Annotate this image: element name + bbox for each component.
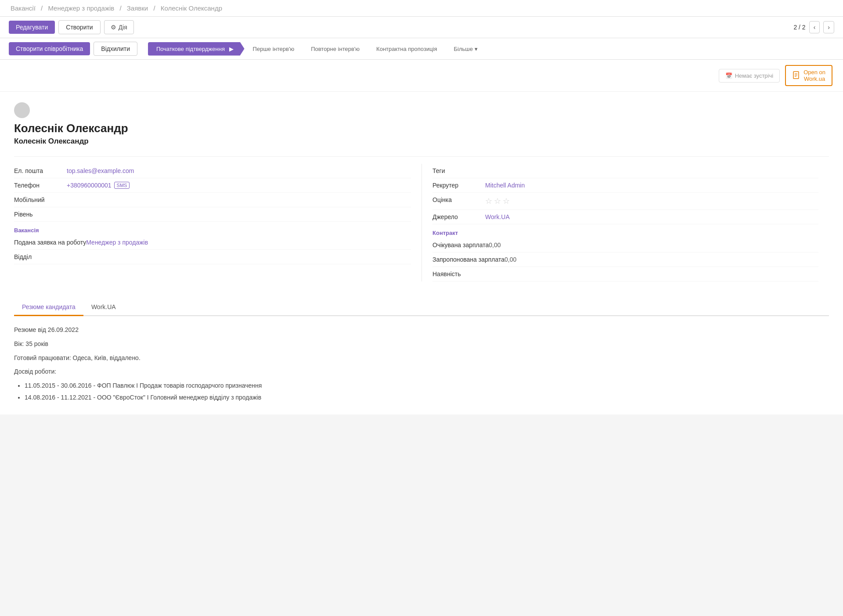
rating-label: Оцінка [432,196,485,203]
star-rating[interactable]: ☆ ☆ ☆ [485,196,510,206]
stage-contract[interactable]: Контрактна пропозиція [368,42,445,56]
workua-doc-icon [792,71,801,81]
mobile-row: Мобільний [14,193,411,207]
star-2[interactable]: ☆ [494,196,501,206]
proposed-salary-label: Запропонована зарплата [432,256,504,263]
experience-item-2: 14.08.2016 - 11.12.2021 - ООО "ЄвроСток"… [25,393,829,403]
applied-job-value[interactable]: Менеджер з продажів [86,239,148,246]
email-row: Ел. пошта top.sales@example.com [14,164,411,178]
email-value[interactable]: top.sales@example.com [67,167,134,174]
edit-button[interactable]: Редагувати [9,21,55,34]
open-workua-label: Open on Work.ua [803,69,825,82]
calendar-icon: 📅 [725,72,732,79]
toolbar: Редагувати Створити ⚙ Дія 2 / 2 ‹ › [0,17,843,38]
source-label: Джерело [432,213,485,220]
applied-job-row: Подана заявка на роботу Менеджер з прода… [14,235,411,250]
expected-salary-row: Очікувана зарплата 0,00 [432,238,818,252]
stage-second-interview[interactable]: Повторне інтерв'ю [303,42,368,56]
candidate-name-sub: Колеснік Олександр [14,137,829,146]
star-1[interactable]: ☆ [485,196,492,206]
star-3[interactable]: ☆ [503,196,510,206]
resume-content: Резюме від 26.09.2022 Вік: 35 років Гото… [0,316,843,414]
avatar [14,102,30,118]
department-label: Відділ [14,253,67,260]
experience-list: 11.05.2015 - 30.06.2016 - ФОП Павлюк І П… [25,381,829,403]
top-bar: Вакансії / Менеджер з продажів / Заявки … [0,0,843,17]
info-right: Теги Рекрутер Mitchell Admin Оцінка ☆ ☆ … [422,164,829,281]
info-left: Ел. пошта top.sales@example.com Телефон … [14,164,422,281]
candidate-name-large: Колеснік Олександр [14,122,829,135]
gear-icon: ⚙ [111,24,116,31]
create-button[interactable]: Створити [58,20,100,34]
source-value[interactable]: Work.UA [485,213,510,220]
resume-age: Вік: 35 років [14,339,829,349]
applied-job-label: Подана заявка на роботу [14,239,86,246]
rating-row: Оцінка ☆ ☆ ☆ [432,193,818,210]
proposed-salary-row: Запропонована зарплата 0,00 [432,252,818,267]
content-area: 📅 Немає зустрічі Open on Work.ua Колесні… [0,60,843,414]
profile-section: Колеснік Олександр Колеснік Олександр Ел… [0,92,843,292]
experience-header: Досвід роботи: [14,367,829,377]
meeting-button[interactable]: 📅 Немає зустрічі [719,69,780,83]
experience-item-1: 11.05.2015 - 30.06.2016 - ФОП Павлюк І П… [25,381,829,391]
breadcrumb-sep3: / [153,4,157,12]
source-row: Джерело Work.UA [432,210,818,224]
tabs-bar: Резюме кандидата Work.UA [14,299,829,316]
breadcrumb-candidate[interactable]: Колеснік Олександр [161,4,222,12]
info-grid: Ел. пошта top.sales@example.com Телефон … [14,156,829,281]
recruiter-label: Рекрутер [432,182,485,189]
stages-container: Початкове підтвердження ▶ Перше інтерв'ю… [148,42,486,56]
resume-ready: Готовий працювати: Одеса, Київ, віддален… [14,353,829,364]
breadcrumb-sep2: / [119,4,123,12]
breadcrumb-position[interactable]: Менеджер з продажів [48,4,114,12]
vacancy-section-header: Вакансія [14,222,411,235]
stage-initial-label: Початкове підтвердження [156,46,225,52]
tab-resume[interactable]: Резюме кандидата [14,299,83,316]
stage-bar: Створити співробітника Відхилити Початко… [0,38,843,60]
recruiter-row: Рекрутер Mitchell Admin [432,178,818,193]
reject-button[interactable]: Відхилити [94,42,137,56]
next-button[interactable]: › [823,21,834,33]
contract-section-header: Контракт [432,224,818,238]
expected-salary-label: Очікувана зарплата [432,241,489,249]
create-employee-button[interactable]: Створити співробітника [9,42,90,55]
mobile-label: Мобільний [14,196,67,203]
open-workua-button[interactable]: Open on Work.ua [785,65,832,86]
meeting-label: Немає зустрічі [735,72,773,79]
action-label: Дія [119,24,127,31]
resume-date: Резюме від 26.09.2022 [14,325,829,335]
expected-salary-value: 0,00 [489,241,501,249]
tags-label: Теги [432,167,485,174]
department-row: Відділ [14,250,411,264]
sms-badge[interactable]: SMS [114,182,130,189]
breadcrumb: Вакансії / Менеджер з продажів / Заявки … [9,4,224,12]
stage-initial[interactable]: Початкове підтвердження ▶ [148,42,245,56]
action-button[interactable]: ⚙ Дія [104,20,134,34]
email-label: Ел. пошта [14,167,67,174]
tags-row: Теги [432,164,818,178]
stage-more-label: Більше [454,46,473,52]
level-row: Рівень [14,207,411,222]
breadcrumb-applications[interactable]: Заявки [127,4,148,12]
top-actions-bar: 📅 Немає зустрічі Open on Work.ua [0,60,843,92]
prev-button[interactable]: ‹ [809,21,820,33]
level-label: Рівень [14,211,67,218]
stage-more[interactable]: Більше ▾ [446,42,486,56]
breadcrumb-vacancies[interactable]: Вакансії [11,4,36,12]
nav-counter: 2 / 2 ‹ › [793,21,834,33]
phone-value[interactable]: +380960000001 [67,182,112,189]
availability-row: Наявність [432,267,818,281]
availability-label: Наявність [432,270,485,277]
stage-first-interview[interactable]: Перше інтерв'ю [245,42,303,56]
counter-text: 2 / 2 [793,24,805,31]
chevron-down-icon: ▾ [475,46,478,52]
proposed-salary-value: 0,00 [504,256,516,263]
phone-row: Телефон +380960000001 SMS [14,178,411,193]
tab-workua[interactable]: Work.UA [83,299,124,316]
breadcrumb-sep1: / [41,4,44,12]
phone-label: Телефон [14,182,67,189]
recruiter-value[interactable]: Mitchell Admin [485,182,525,189]
